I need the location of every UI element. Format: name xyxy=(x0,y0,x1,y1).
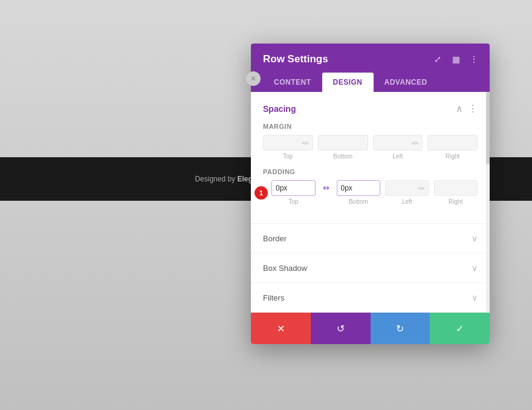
expand-icon[interactable]: ⤢ xyxy=(432,54,444,64)
modal-header: Row Settings ⤢ ▦ ⋮ Content Design Advanc… xyxy=(251,44,490,92)
margin-label: Margin xyxy=(263,123,478,130)
margin-bottom-input-wrap xyxy=(318,135,368,151)
modal-close-button[interactable]: ✕ xyxy=(246,71,261,86)
padding-bottom-pair: Bottom xyxy=(337,180,381,205)
box-shadow-chevron-icon: ∨ xyxy=(472,263,478,273)
tabs: Content Design Advanced xyxy=(263,73,480,92)
margin-right-input[interactable] xyxy=(432,138,472,147)
margin-field-row: </> Top Bottom </> xyxy=(263,135,478,160)
tab-content[interactable]: Content xyxy=(263,73,322,92)
margin-left-label: Left xyxy=(393,153,403,160)
close-icon: ✕ xyxy=(250,74,256,83)
padding-left-code: </> xyxy=(418,186,425,191)
scrollbar-thumb[interactable] xyxy=(486,92,490,164)
box-shadow-title: Box Shadow xyxy=(263,264,307,273)
padding-left-input-wrap: </> xyxy=(385,180,429,196)
cancel-icon: ✕ xyxy=(277,323,285,334)
collapse-icon[interactable]: ∧ xyxy=(456,103,463,114)
row-settings-modal: Row Settings ⤢ ▦ ⋮ Content Design Advanc… xyxy=(251,44,490,344)
filters-section[interactable]: Filters ∨ xyxy=(251,283,490,313)
save-button[interactable]: ✓ xyxy=(430,313,490,344)
margin-bottom-input[interactable] xyxy=(322,138,363,147)
padding-bottom-label: Bottom xyxy=(349,198,368,205)
spacing-section-header: Spacing ∧ ⋮ xyxy=(263,103,478,114)
step-badge: 1 xyxy=(255,186,268,200)
margin-right-label: Right xyxy=(446,153,459,160)
border-section[interactable]: Border ∨ xyxy=(251,224,490,253)
undo-button[interactable]: ↺ xyxy=(311,313,371,344)
section-controls: ∧ ⋮ xyxy=(456,103,478,114)
redo-button[interactable]: ↻ xyxy=(371,313,430,344)
margin-group: Margin </> Top Bottom xyxy=(263,123,478,160)
modal-body: Spacing ∧ ⋮ Margin </> Top xyxy=(251,92,490,313)
modal-title: Row Settings xyxy=(263,53,328,65)
scrollbar[interactable] xyxy=(486,92,490,313)
margin-bottom-pair: Bottom xyxy=(318,135,368,160)
padding-top-pair: Top xyxy=(271,180,316,205)
margin-left-pair: </> Left xyxy=(373,135,423,160)
margin-top-input-wrap: </> xyxy=(263,135,313,151)
tab-design[interactable]: Design xyxy=(322,73,374,92)
modal-header-icons: ⤢ ▦ ⋮ xyxy=(432,54,480,64)
padding-label: Padding xyxy=(263,168,478,175)
padding-group: Padding 1 Top ⇔ xyxy=(263,168,478,205)
padding-right-input-wrap xyxy=(434,180,478,196)
border-title: Border xyxy=(263,234,287,243)
margin-bottom-label: Bottom xyxy=(333,153,352,160)
margin-top-label: Top xyxy=(283,153,293,160)
box-shadow-section[interactable]: Box Shadow ∨ xyxy=(251,253,490,283)
spacing-section-title: Spacing xyxy=(263,104,296,114)
padding-top-input[interactable] xyxy=(276,184,311,192)
link-icon[interactable]: ⇔ xyxy=(320,183,332,192)
padding-top-input-wrap xyxy=(271,180,316,196)
padding-right-label: Right xyxy=(449,198,462,205)
padding-right-input[interactable] xyxy=(438,184,474,192)
margin-left-input[interactable] xyxy=(377,138,410,147)
margin-left-code: </> xyxy=(412,140,419,146)
padding-bottom-input-wrap xyxy=(337,180,381,196)
filters-title: Filters xyxy=(263,293,284,302)
border-chevron-icon: ∨ xyxy=(472,233,478,243)
modal-footer: ✕ ↺ ↻ ✓ xyxy=(251,313,490,344)
padding-left-input[interactable] xyxy=(389,184,417,192)
padding-field-row: 1 Top ⇔ Botto xyxy=(263,180,478,205)
margin-right-input-wrap xyxy=(427,135,478,151)
margin-top-code: </> xyxy=(302,140,309,146)
padding-right-pair: Right xyxy=(434,180,478,205)
filters-chevron-icon: ∨ xyxy=(472,293,478,302)
padding-left-pair: </> Left xyxy=(385,180,429,205)
redo-icon: ↻ xyxy=(396,323,404,334)
margin-left-input-wrap: </> xyxy=(373,135,423,151)
margin-top-input[interactable] xyxy=(267,138,300,147)
modal-header-top: Row Settings ⤢ ▦ ⋮ xyxy=(263,53,480,65)
more-options-icon[interactable]: ⋮ xyxy=(468,54,480,64)
padding-bottom-input[interactable] xyxy=(341,184,377,192)
columns-icon[interactable]: ▦ xyxy=(450,54,462,64)
spacing-section: Spacing ∧ ⋮ Margin </> Top xyxy=(251,92,490,224)
cancel-button[interactable]: ✕ xyxy=(251,313,311,344)
tab-advanced[interactable]: Advanced xyxy=(374,73,438,92)
save-icon: ✓ xyxy=(456,323,464,334)
section-more-icon[interactable]: ⋮ xyxy=(468,103,478,114)
margin-right-pair: Right xyxy=(427,135,478,160)
padding-top-label: Top xyxy=(288,198,298,205)
padding-left-label: Left xyxy=(402,198,412,205)
undo-icon: ↺ xyxy=(337,323,345,334)
margin-top-pair: </> Top xyxy=(263,135,313,160)
